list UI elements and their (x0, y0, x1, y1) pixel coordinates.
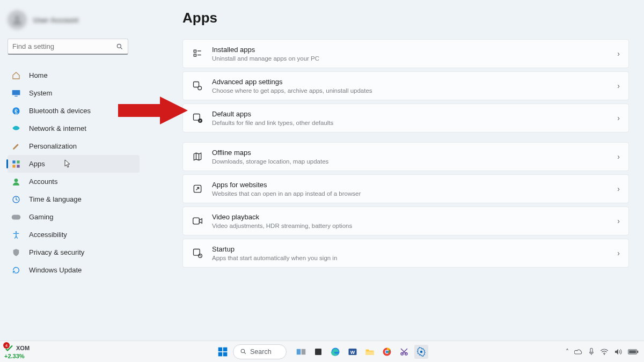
user-account[interactable]: User Account (8, 9, 140, 31)
wifi-icon[interactable] (600, 348, 609, 356)
home-icon (11, 71, 21, 80)
taskbar-app-settings[interactable] (414, 345, 428, 359)
card-installed-apps[interactable]: Installed apps Uninstall and manage apps… (182, 39, 629, 68)
svg-rect-7 (17, 160, 19, 163)
chevron-right-icon: › (617, 249, 620, 257)
mic-icon[interactable] (588, 348, 595, 356)
svg-rect-40 (366, 351, 374, 355)
card-subtitle: Defaults for file and link types, other … (212, 119, 333, 127)
nav-label: Personalization (29, 142, 77, 150)
taskbar-pinned-apps: W (294, 345, 428, 359)
svg-point-48 (604, 353, 605, 354)
stock-change: +2.33% (4, 353, 30, 360)
battery-icon[interactable] (628, 349, 639, 355)
nav-label: Windows Update (29, 266, 82, 274)
onedrive-icon[interactable] (574, 349, 583, 355)
svg-rect-31 (223, 352, 228, 356)
chevron-right-icon: › (617, 184, 620, 193)
nav-label: Network & internet (29, 124, 86, 132)
taskbar-app-edge[interactable] (328, 345, 342, 359)
svg-rect-29 (223, 347, 228, 351)
nav-windows-update[interactable]: Windows Update (8, 261, 140, 279)
stock-ticker: XOM (16, 345, 30, 352)
chevron-right-icon: › (617, 114, 620, 122)
video-playback-icon (192, 215, 203, 227)
svg-rect-26 (118, 104, 161, 117)
svg-line-33 (244, 352, 246, 354)
card-title: Installed apps (212, 46, 319, 54)
nav-label: Privacy & security (29, 248, 84, 256)
nav-personalization[interactable]: Personalization (8, 137, 140, 155)
nav-apps[interactable]: Apps (8, 155, 140, 173)
gaming-icon (11, 214, 21, 220)
taskbar-search-label: Search (250, 348, 272, 356)
offline-maps-icon (192, 151, 203, 162)
svg-rect-35 (302, 349, 306, 354)
svg-rect-6 (12, 160, 15, 163)
nav-time-language[interactable]: Time & language (8, 190, 140, 208)
nav-accounts[interactable]: Accounts (8, 173, 140, 190)
card-video-playback[interactable]: Video playback Video adjustments, HDR st… (182, 206, 629, 235)
chevron-up-icon[interactable]: ˄ (566, 348, 569, 356)
nav-home[interactable]: Home (8, 67, 140, 84)
svg-rect-15 (194, 54, 196, 56)
svg-rect-51 (637, 350, 638, 352)
svg-rect-28 (218, 347, 223, 351)
card-apps-for-websites[interactable]: Apps for websites Websites that can open… (182, 174, 629, 203)
svg-text:W: W (350, 349, 355, 354)
apps-icon (11, 160, 21, 168)
chevron-right-icon: › (617, 152, 620, 161)
svg-rect-14 (194, 50, 196, 52)
update-icon (11, 266, 21, 275)
svg-line-2 (121, 47, 122, 49)
svg-rect-47 (590, 348, 592, 352)
taskbar-app-task-view[interactable] (294, 345, 308, 359)
user-name: User Account (33, 16, 78, 24)
nav-label: Bluetooth & devices (29, 107, 91, 115)
taskbar-app-word[interactable]: W (346, 345, 360, 359)
card-default-apps[interactable]: Default apps Defaults for file and link … (182, 104, 629, 132)
taskbar-app-file-explorer[interactable] (363, 345, 377, 359)
chevron-right-icon: › (617, 82, 620, 90)
card-title: Startup (212, 245, 337, 254)
card-title: Offline maps (212, 149, 328, 157)
svg-point-0 (15, 16, 19, 20)
notification-badge: 4 (3, 342, 10, 349)
nav-label: Accounts (29, 178, 57, 186)
svg-rect-4 (14, 95, 17, 96)
taskbar-tray[interactable]: ˄ (566, 348, 639, 356)
accessibility-icon (11, 231, 21, 239)
card-offline-maps[interactable]: Offline maps Downloads, storage location… (182, 142, 629, 171)
svg-rect-9 (17, 165, 19, 167)
taskbar-app-chrome[interactable] (380, 345, 394, 359)
find-setting-search[interactable] (8, 39, 128, 55)
svg-rect-36 (315, 349, 321, 355)
taskbar-app-snip[interactable] (397, 345, 411, 359)
nav-label: Home (29, 71, 48, 79)
nav-privacy[interactable]: Privacy & security (8, 243, 140, 261)
svg-rect-50 (629, 350, 636, 353)
volume-icon[interactable] (614, 348, 623, 356)
svg-rect-30 (218, 352, 223, 356)
svg-point-13 (16, 231, 17, 233)
svg-marker-27 (160, 97, 188, 124)
start-button[interactable] (216, 345, 230, 359)
default-apps-icon (192, 112, 203, 124)
nav-gaming[interactable]: Gaming (8, 208, 140, 226)
svg-rect-3 (12, 90, 20, 95)
taskbar-stock-widget[interactable]: 4 XOM +2.33% (4, 343, 30, 360)
taskbar: 4 XOM +2.33% Search W (0, 341, 644, 362)
startup-icon (192, 247, 203, 259)
nav-label: Apps (29, 160, 45, 168)
apps-for-websites-icon (192, 183, 203, 195)
taskbar-search[interactable]: Search (233, 344, 287, 359)
svg-point-10 (14, 179, 18, 182)
taskbar-app-widgets[interactable] (311, 345, 325, 359)
nav-accessibility[interactable]: Accessibility (8, 226, 140, 243)
search-input[interactable] (12, 42, 116, 50)
card-startup[interactable]: Startup Apps that start automatically wh… (182, 239, 629, 268)
card-subtitle: Choose where to get apps, archive apps, … (212, 87, 372, 94)
card-advanced-settings[interactable]: Advanced app settings Choose where to ge… (182, 71, 629, 100)
time-language-icon (11, 195, 21, 204)
cursor-icon (64, 159, 71, 168)
